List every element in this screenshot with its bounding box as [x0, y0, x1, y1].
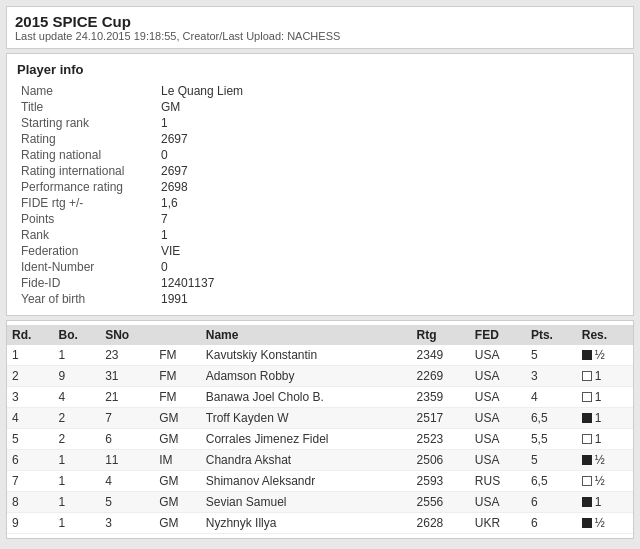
info-value: 0 [157, 259, 623, 275]
result-value: 1 [595, 390, 602, 404]
info-value: 1991 [157, 291, 623, 307]
page-title: 2015 SPICE Cup [15, 13, 625, 30]
cell-sno: 21 [100, 387, 154, 408]
color-indicator-white [582, 476, 592, 486]
cell-fed: USA [470, 492, 526, 513]
table-row: 7 1 4 GM Shimanov Aleksandr 2593 RUS 6,5… [7, 471, 633, 492]
cell-rtg: 2556 [412, 492, 470, 513]
cell-res: 1 [577, 408, 633, 429]
cell-title: FM [154, 345, 201, 366]
cell-rd: 2 [7, 366, 54, 387]
player-info-row: Rating international 2697 [17, 163, 623, 179]
table-row: 8 1 5 GM Sevian Samuel 2556 USA 6 1 [7, 492, 633, 513]
cell-title: FM [154, 387, 201, 408]
rounds-table: Rd. Bo. SNo Name Rtg FED Pts. Res. 1 1 2… [7, 325, 633, 534]
cell-title: IM [154, 450, 201, 471]
cell-sno: 7 [100, 408, 154, 429]
info-value: 2697 [157, 131, 623, 147]
cell-pts: 6,5 [526, 471, 577, 492]
player-info-row: Rating national 0 [17, 147, 623, 163]
cell-name: Chandra Akshat [201, 450, 412, 471]
cell-rtg: 2593 [412, 471, 470, 492]
cell-name: Nyzhnyk Illya [201, 513, 412, 534]
info-value: 0 [157, 147, 623, 163]
cell-bo: 1 [54, 513, 101, 534]
col-rtg: Rtg [412, 325, 470, 345]
table-row: 3 4 21 FM Banawa Joel Cholo B. 2359 USA … [7, 387, 633, 408]
cell-fed: USA [470, 387, 526, 408]
cell-bo: 9 [54, 366, 101, 387]
info-label: Rank [17, 227, 157, 243]
player-info-row: Starting rank 1 [17, 115, 623, 131]
main-container: 2015 SPICE Cup Last update 24.10.2015 19… [0, 0, 640, 545]
cell-sno: 6 [100, 429, 154, 450]
cell-bo: 1 [54, 471, 101, 492]
info-label: Rating national [17, 147, 157, 163]
result-value: ½ [595, 348, 605, 362]
cell-rd: 7 [7, 471, 54, 492]
cell-name: Troff Kayden W [201, 408, 412, 429]
info-label: Name [17, 83, 157, 99]
cell-name: Banawa Joel Cholo B. [201, 387, 412, 408]
cell-title: GM [154, 492, 201, 513]
info-value: 12401137 [157, 275, 623, 291]
info-label: Year of birth [17, 291, 157, 307]
cell-res: ½ [577, 471, 633, 492]
table-row: 5 2 6 GM Corrales Jimenez Fidel 2523 USA… [7, 429, 633, 450]
rounds-section: Rd. Bo. SNo Name Rtg FED Pts. Res. 1 1 2… [6, 320, 634, 539]
col-res: Res. [577, 325, 633, 345]
cell-title: GM [154, 408, 201, 429]
cell-pts: 5 [526, 450, 577, 471]
info-value: 2697 [157, 163, 623, 179]
color-indicator-black [582, 350, 592, 360]
cell-pts: 3 [526, 366, 577, 387]
cell-fed: USA [470, 366, 526, 387]
cell-pts: 6 [526, 513, 577, 534]
cell-rd: 4 [7, 408, 54, 429]
color-indicator-white [582, 371, 592, 381]
info-label: Title [17, 99, 157, 115]
cell-rtg: 2628 [412, 513, 470, 534]
player-info-row: Rating 2697 [17, 131, 623, 147]
player-info-row: Federation VIE [17, 243, 623, 259]
player-info-table: Name Le Quang Liem Title GM Starting ran… [17, 83, 623, 307]
result-value: 1 [595, 369, 602, 383]
table-row: 6 1 11 IM Chandra Akshat 2506 USA 5 ½ [7, 450, 633, 471]
cell-sno: 11 [100, 450, 154, 471]
player-info-row: Performance rating 2698 [17, 179, 623, 195]
player-info-row: Ident-Number 0 [17, 259, 623, 275]
info-label: Rating international [17, 163, 157, 179]
cell-title: FM [154, 366, 201, 387]
col-bo: Bo. [54, 325, 101, 345]
info-value: 7 [157, 211, 623, 227]
cell-res: ½ [577, 345, 633, 366]
player-info-row: FIDE rtg +/- 1,6 [17, 195, 623, 211]
cell-sno: 3 [100, 513, 154, 534]
info-value: 2698 [157, 179, 623, 195]
cell-rtg: 2349 [412, 345, 470, 366]
cell-title: GM [154, 429, 201, 450]
cell-bo: 1 [54, 450, 101, 471]
page-subtitle: Last update 24.10.2015 19:18:55, Creator… [15, 30, 625, 42]
cell-rd: 5 [7, 429, 54, 450]
result-value: ½ [595, 516, 605, 530]
cell-bo: 1 [54, 345, 101, 366]
title-section: 2015 SPICE Cup Last update 24.10.2015 19… [6, 6, 634, 49]
cell-rtg: 2506 [412, 450, 470, 471]
cell-rtg: 2269 [412, 366, 470, 387]
cell-bo: 2 [54, 408, 101, 429]
result-value: ½ [595, 474, 605, 488]
cell-bo: 2 [54, 429, 101, 450]
cell-pts: 5,5 [526, 429, 577, 450]
col-fed: FED [470, 325, 526, 345]
cell-name: Shimanov Aleksandr [201, 471, 412, 492]
color-indicator-black [582, 413, 592, 423]
result-value: ½ [595, 453, 605, 467]
player-info-row: Title GM [17, 99, 623, 115]
info-label: Rating [17, 131, 157, 147]
col-rd: Rd. [7, 325, 54, 345]
cell-fed: RUS [470, 471, 526, 492]
player-info-row: Points 7 [17, 211, 623, 227]
cell-res: ½ [577, 450, 633, 471]
color-indicator-white [582, 392, 592, 402]
